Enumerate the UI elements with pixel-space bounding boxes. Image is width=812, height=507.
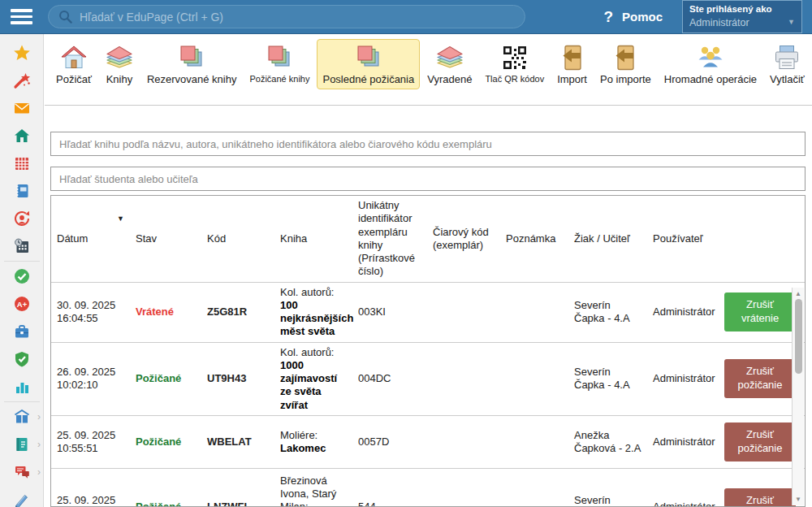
cell-ziak: Severín Čapka - 4.A — [568, 468, 647, 507]
cell-kniha: Moliére: Lakomec — [274, 415, 352, 468]
mail-icon — [13, 99, 31, 117]
book-search-input[interactable] — [50, 132, 806, 156]
column-header-pouzivatel[interactable]: Používateľ — [647, 196, 719, 282]
library-icon — [13, 408, 31, 426]
hamburger-menu-icon[interactable] — [11, 6, 32, 28]
cancel-loan-button[interactable]: Zrušiť požičanie — [724, 422, 796, 462]
column-header-kod[interactable]: Kód — [201, 196, 274, 282]
table-scrollbar[interactable]: ▲ ▼ — [792, 288, 804, 505]
user-menu[interactable]: Ste prihlásený ako Administrátor ▼ — [682, 0, 802, 33]
cell-ciarovy-kod — [427, 282, 500, 342]
cell-kod: WBELAT — [201, 415, 274, 468]
cell-kod: Z5G81R — [201, 282, 274, 342]
table-row: 30. 09. 2025 16:04:55 Vrátené Z5G81R Kol… — [51, 282, 805, 342]
person-search-input[interactable] — [50, 167, 806, 191]
status-badge: Požičané — [130, 468, 201, 507]
toolbar-button-vytlacit[interactable]: Vytlačiť — [764, 39, 810, 89]
table-row: 26. 09. 2025 10:02:10 Požičané UT9H43 Ko… — [51, 342, 805, 415]
sidebar-item-library[interactable]: › — [0, 403, 43, 431]
toolbar-button-vyradene[interactable]: Vyradené — [421, 39, 477, 89]
svg-text:A+: A+ — [16, 300, 27, 309]
chevron-right-icon: › — [37, 440, 41, 449]
cell-poznamka — [500, 342, 568, 415]
sort-desc-icon: ▼ — [117, 214, 124, 223]
shield-check-icon — [13, 350, 31, 368]
notebook-icon — [13, 182, 31, 200]
printer-icon — [772, 43, 801, 72]
cancel-loan-button[interactable]: Zrušiť požičanie — [724, 488, 796, 507]
sidebar-item-attendance[interactable] — [0, 262, 43, 290]
main-content: Požičať Knihy Rezervované knihy — [45, 34, 812, 507]
column-header-ciarovy-kod[interactable]: Čiarový kód (exemplár) — [427, 196, 500, 282]
sidebar-item-shield[interactable] — [0, 345, 43, 373]
column-header-kniha[interactable]: Kniha — [274, 196, 352, 282]
cell-kniha: Kol. autorů: 1000 zajímavostí ze světa z… — [274, 342, 352, 415]
star-icon — [13, 44, 31, 62]
sidebar-item-timetable[interactable] — [0, 150, 43, 177]
messages-icon — [13, 463, 31, 481]
sidebar-item-messages[interactable]: › — [0, 458, 43, 486]
home-icon — [13, 127, 31, 145]
toolbar-button-hromadne-operacie[interactable]: Hromadné operácie — [659, 39, 762, 89]
book-stack-icon — [105, 43, 134, 72]
book-cards-icon — [265, 43, 294, 72]
scroll-down-icon[interactable]: ▼ — [793, 496, 804, 503]
cell-kniha: Kol. autorů: 100 nejkrásnějších měst svě… — [274, 282, 352, 342]
sidebar-item-home[interactable] — [0, 122, 43, 150]
sidebar-item-mail[interactable] — [0, 94, 43, 122]
toolbar-button-rezervovane-knihy[interactable]: Rezervované knihy — [141, 39, 243, 89]
sidebar-item-substitution[interactable] — [0, 205, 43, 232]
toolbar-button-pozicat[interactable]: Požičať — [50, 39, 97, 89]
sidebar-item-pen[interactable] — [0, 486, 43, 507]
cell-datum: 26. 09. 2025 10:02:10 — [51, 342, 130, 415]
status-badge: Vrátené — [130, 282, 201, 342]
sidebar-item-favorites[interactable] — [0, 39, 43, 67]
book-stack-icon — [435, 43, 464, 72]
column-header-poznamka[interactable]: Poznámka — [500, 196, 568, 282]
toolbar-button-tlac-qr-kodov[interactable]: Tlač QR kódov — [479, 39, 550, 88]
library-toolbar: Požičať Knihy Rezervované knihy — [45, 34, 812, 106]
chevron-down-icon: ▼ — [788, 18, 795, 28]
chevron-right-icon: › — [37, 412, 41, 422]
cancel-loan-button[interactable]: Zrušiť požičanie — [724, 359, 796, 398]
cell-identifikator: 003KI — [352, 282, 427, 342]
substitution-icon — [13, 210, 31, 228]
column-header-datum[interactable]: ▼ Dátum — [51, 196, 130, 282]
cell-kod: UT9H43 — [201, 342, 274, 415]
cell-identifikator: 004DC — [352, 342, 427, 415]
scrollbar-thumb[interactable] — [795, 299, 802, 374]
column-header-ziak-ucitel[interactable]: Žiak / Učiteľ — [568, 196, 647, 282]
house-icon — [59, 43, 89, 72]
book-cards-icon — [177, 43, 206, 72]
column-header-identifikator[interactable]: Unikátny identifikátor exempláru knihy (… — [352, 196, 427, 282]
user-name: Administrátor — [689, 16, 749, 29]
help-label: Pomoc — [622, 10, 663, 24]
sidebar-item-briefcase[interactable] — [0, 318, 43, 345]
loans-table: ▼ Dátum Stav Kód Kniha Unikátny identifi… — [50, 195, 806, 507]
search-icon — [58, 10, 72, 24]
table-header-row: ▼ Dátum Stav Kód Kniha Unikátny identifi… — [51, 196, 805, 282]
people-icon — [696, 43, 725, 72]
sidebar-item-calendar-clock[interactable] — [0, 232, 43, 260]
sidebar-item-grades[interactable]: A+ — [0, 290, 43, 318]
search-placeholder: Hľadať v EduPage (Ctrl + G) — [80, 11, 223, 24]
global-search-input[interactable]: Hľadať v EduPage (Ctrl + G) — [48, 5, 525, 28]
cancel-return-button[interactable]: Zrušiť vrátenie — [724, 292, 796, 332]
toolbar-button-knihy[interactable]: Knihy — [99, 39, 140, 89]
toolbar-button-po-importe[interactable]: Po importe — [594, 39, 657, 89]
sidebar-item-notebook[interactable] — [0, 177, 43, 205]
cell-poznamka — [500, 282, 568, 342]
scroll-up-icon[interactable]: ▲ — [793, 290, 804, 297]
toolbar-button-pozicane-knihy[interactable]: Požičané knihy — [244, 39, 315, 88]
sidebar-item-wizard[interactable] — [0, 67, 43, 94]
table-row: 25. 09. 2025 10:55:51 Požičané WBELAT Mo… — [51, 415, 805, 468]
sidebar-divider — [4, 401, 40, 402]
cell-poznamka — [500, 415, 568, 468]
sidebar-divider — [4, 261, 40, 262]
toolbar-button-import[interactable]: Import — [551, 39, 593, 89]
sidebar-item-results[interactable] — [0, 373, 43, 401]
column-header-stav[interactable]: Stav — [130, 196, 201, 282]
toolbar-button-posledne-pozicania[interactable]: Posledné požičania — [317, 39, 420, 89]
help-button[interactable]: ? Pomoc — [603, 8, 663, 26]
sidebar-item-documents[interactable]: › — [0, 431, 43, 458]
